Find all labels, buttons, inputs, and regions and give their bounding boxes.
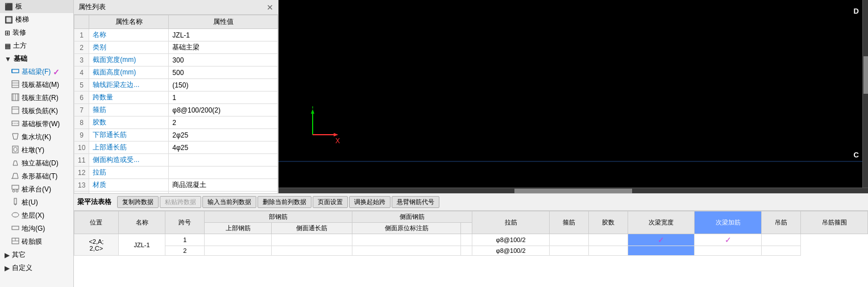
prop-name[interactable]: 侧面构造或受... <box>89 154 169 167</box>
sidebar-item-dian[interactable]: 垫层(X) <box>9 209 73 222</box>
prop-name[interactable]: 箍筋 <box>89 104 169 117</box>
prop-row[interactable]: 3 截面宽度(mm) 300 <box>74 54 278 66</box>
cell-secwidth-2[interactable] <box>588 246 628 256</box>
svg-text:Y: Y <box>310 106 315 110</box>
prop-name[interactable]: 下部通长筋 <box>89 129 169 142</box>
cell-secwidth-1[interactable] <box>588 234 628 246</box>
prop-value[interactable]: φ8@100/200(2) <box>169 104 278 117</box>
cell-side-cont-1[interactable] <box>271 234 352 246</box>
cell-side-cont-2[interactable] <box>271 246 352 256</box>
sidebar-item-zhuzuo[interactable]: 柱墩(Y) <box>9 144 73 157</box>
sidebar-item-duli[interactable]: 独立基础(D) <box>9 157 73 170</box>
prop-name[interactable]: 轴线距梁左边... <box>89 79 169 91</box>
toolbar-btn-cantilever[interactable]: 悬臂钢筋代号 <box>392 196 439 208</box>
cell-legs-2[interactable] <box>549 246 588 256</box>
prop-value[interactable]: 4φ25 <box>169 142 278 154</box>
sidebar-item-jichu-banpai[interactable]: 基础板带(W) <box>9 118 73 131</box>
prop-value[interactable]: JZL-1 <box>169 29 278 41</box>
toolbar-btn-paste[interactable]: 粘贴跨数据 <box>160 196 201 208</box>
viewport-scrollbar-horizontal[interactable] <box>279 188 868 193</box>
cell-secadd-1[interactable]: ✓ <box>628 234 695 246</box>
prop-row[interactable]: 12 拉筋 <box>74 167 278 179</box>
sidebar-item-tiaoxing[interactable]: 条形基础(T) <box>9 170 73 183</box>
cell-secadd-2[interactable] <box>628 246 695 256</box>
scrollbar-v-thumb[interactable] <box>863 56 868 94</box>
beam-table-wrapper[interactable]: 位置 名称 跨号 部钢筋 侧面钢筋 拉筋 箍筋 胶数 次梁宽度 次梁加筋 吊筋 … <box>74 211 868 287</box>
sidebar-item-zidingyi[interactable]: ▶ 自定义 <box>0 261 73 274</box>
cell-span-1[interactable]: 1 <box>165 234 205 246</box>
cell-side-orig-2[interactable] <box>352 246 461 256</box>
prop-row[interactable]: 7 箍筋 φ8@100/200(2) <box>74 104 278 117</box>
toolbar-btn-page[interactable]: 页面设置 <box>313 196 348 208</box>
prop-row[interactable]: 8 胶数 2 <box>74 117 278 129</box>
prop-value[interactable]: 1 <box>169 91 278 104</box>
prop-value[interactable]: (150) <box>169 79 278 91</box>
properties-close-button[interactable]: ✕ <box>267 3 273 12</box>
cell-stirrup-1[interactable]: φ8@100/2 <box>472 234 549 246</box>
cell-upper-2[interactable] <box>205 246 272 256</box>
prop-value[interactable]: 基础主梁 <box>169 41 278 54</box>
sidebar-item-louti[interactable]: 🔲 楼梯 <box>0 13 73 26</box>
sidebar-item-qita[interactable]: ▶ 其它 <box>0 248 73 261</box>
prop-name[interactable]: 截面高度(mm) <box>89 66 169 79</box>
cell-hanger-stirrup-2[interactable] <box>762 246 801 256</box>
cell-hanger-1[interactable]: ✓ <box>695 234 762 246</box>
prop-row[interactable]: 6 跨数量 1 <box>74 91 278 104</box>
prop-row[interactable]: 13 材质 商品混凝土 <box>74 179 278 192</box>
prop-row[interactable]: 4 截面高度(mm) 500 <box>74 66 278 79</box>
sidebar-item-zhuang[interactable]: 桩(U) <box>9 196 73 209</box>
sidebar-item-ban[interactable]: ⬛ 板 <box>0 0 73 13</box>
sidebar-item-jishui[interactable]: 集水坑(K) <box>9 131 73 144</box>
isolated-icon <box>11 159 19 168</box>
sidebar-item-zhuangxiu[interactable]: ⊞ 装修 <box>0 26 73 39</box>
viewport-scrollbar-vertical[interactable] <box>862 0 868 188</box>
prop-name[interactable]: 截面宽度(mm) <box>89 54 169 66</box>
prop-row[interactable]: 11 侧面构造或受... <box>74 154 278 167</box>
prop-value[interactable]: 300 <box>169 54 278 66</box>
cell-tie-1[interactable] <box>461 234 472 246</box>
cell-legs-1[interactable] <box>549 234 588 246</box>
toolbar-btn-swap[interactable]: 调换起始跨 <box>349 196 391 208</box>
sidebar-item-jichu-liang[interactable]: 基础梁(F) ✓ <box>9 65 73 78</box>
cell-hanger-stirrup-1[interactable] <box>762 234 801 246</box>
sidebar-item-tufang[interactable]: ▦ 土方 <box>0 39 73 52</box>
prop-name[interactable]: 拉筋 <box>89 167 169 179</box>
svg-rect-21 <box>12 226 19 230</box>
sidebar-item-jichu-zhujin[interactable]: 筏板主筋(R) <box>9 91 73 105</box>
prop-name[interactable]: 跨数量 <box>89 91 169 104</box>
sidebar-item-jichu-ban[interactable]: 筏板基础(M) <box>9 78 73 91</box>
prop-name[interactable]: 材质 <box>89 179 169 192</box>
cell-stirrup-2[interactable]: φ8@100/2 <box>472 246 549 256</box>
cell-hanger-2[interactable] <box>695 246 762 256</box>
sidebar-group-jichu[interactable]: ▼ 基础 <box>0 52 73 65</box>
sidebar-item-zhuangpai[interactable]: 桩承台(V) <box>9 183 73 196</box>
prop-value[interactable]: 商品混凝土 <box>169 179 278 192</box>
toolbar-btn-copy[interactable]: 复制跨数据 <box>117 196 159 208</box>
prop-name[interactable]: 胶数 <box>89 117 169 129</box>
cell-span-2[interactable]: 2 <box>165 246 205 256</box>
prop-value[interactable]: 2φ25 <box>169 129 278 142</box>
sidebar-item-jichu-fujin[interactable]: 筏板负筋(K) <box>9 105 73 118</box>
svg-point-17 <box>13 190 15 192</box>
prop-value[interactable] <box>169 167 278 179</box>
toolbar-btn-input[interactable]: 输入当前列数据 <box>202 196 256 208</box>
cell-tie-2[interactable] <box>461 246 472 256</box>
prop-value[interactable]: 500 <box>169 66 278 79</box>
prop-value[interactable]: 2 <box>169 117 278 129</box>
scrollbar-h-thumb[interactable] <box>514 189 632 193</box>
cell-side-orig-1[interactable] <box>352 234 461 246</box>
sidebar-item-zhuanmo[interactable]: 砖胎膜 <box>9 235 73 248</box>
prop-name[interactable]: 类别 <box>89 41 169 54</box>
prop-row[interactable]: 2 类别 基础主梁 <box>74 41 278 54</box>
toolbar-btn-delete[interactable]: 删除当前列数据 <box>258 196 312 208</box>
prop-value[interactable] <box>169 154 278 167</box>
prop-row[interactable]: 9 下部通长筋 2φ25 <box>74 129 278 142</box>
sidebar-item-digou[interactable]: 地沟(G) <box>9 222 73 235</box>
col-empty <box>461 223 472 234</box>
prop-row[interactable]: 10 上部通长筋 4φ25 <box>74 142 278 154</box>
prop-row[interactable]: 5 轴线距梁左边... (150) <box>74 79 278 91</box>
prop-name[interactable]: 名称 <box>89 29 169 41</box>
prop-name[interactable]: 上部通长筋 <box>89 142 169 154</box>
prop-row[interactable]: 1 名称 JZL-1 <box>74 29 278 41</box>
cell-upper-1[interactable] <box>205 234 272 246</box>
